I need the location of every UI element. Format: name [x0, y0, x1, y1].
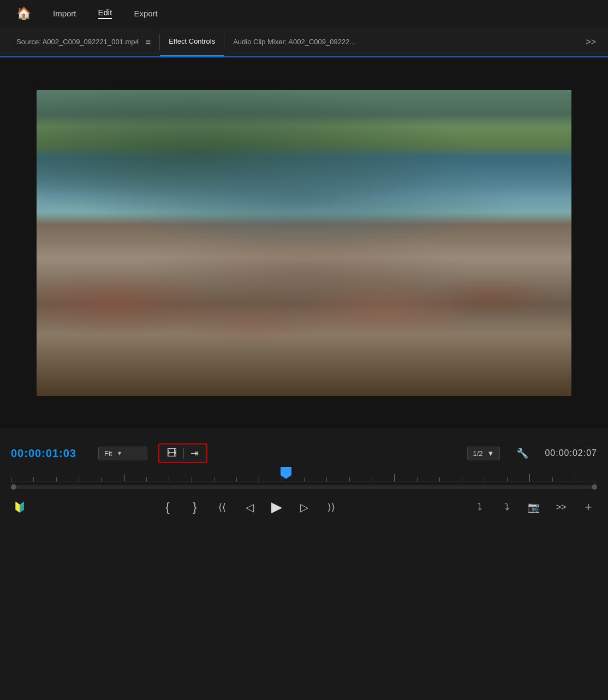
transport-right-group: ⤵ ⤵ 📷 >> +	[470, 499, 597, 516]
tick-12-major	[259, 474, 281, 482]
tab-effect-controls[interactable]: Effect Controls	[160, 27, 224, 56]
timecode-row: 00:00:01:03 Fit ▼ 🎞 ⇥ 1/2 ▼ 🔧 00:00:02:0…	[0, 440, 608, 467]
tick-1	[11, 477, 33, 482]
scrub-end-handle[interactable]	[592, 484, 597, 490]
current-timecode: 00:00:01:03	[11, 447, 87, 460]
tick-25	[552, 477, 575, 482]
home-button[interactable]: 🏠	[16, 7, 31, 21]
transport-controls: 🔰 { } ⟨⟨ ◁ ▶ ▷ ⟩⟩ ⤵ ⤵ 📷 >> +	[0, 492, 608, 522]
nav-export[interactable]: Export	[134, 9, 157, 18]
quality-dropdown[interactable]: 1/2 ▼	[467, 447, 500, 460]
tick-19	[417, 477, 439, 482]
tick-15	[326, 477, 349, 482]
step-back-button[interactable]: ◁	[241, 499, 258, 516]
playhead[interactable]	[281, 467, 291, 482]
tick-20	[439, 477, 462, 482]
icon-separator	[183, 448, 184, 459]
tick-10	[214, 477, 236, 482]
film-pin-buttons[interactable]: 🎞 ⇥	[158, 443, 207, 463]
add-marker-button[interactable]: 🔰	[11, 499, 28, 516]
tab-audio-mixer-label: Audio Clip Mixer: A002_C009_09222...	[233, 38, 355, 46]
tick-4	[79, 477, 101, 482]
tick-22	[485, 477, 507, 482]
scrub-start-handle[interactable]	[11, 484, 16, 490]
step-forward-button[interactable]: ▷	[295, 499, 313, 516]
film-icon[interactable]: 🎞	[163, 447, 181, 460]
transport-left-group: 🔰	[11, 499, 28, 516]
scrub-bar-row	[0, 482, 608, 492]
tick-26	[575, 477, 597, 482]
quality-label: 1/2	[473, 449, 483, 458]
tick-5	[101, 477, 123, 482]
tab-source-menu-icon[interactable]: ≡	[146, 37, 151, 47]
total-duration: 00:00:02:07	[545, 448, 597, 458]
fit-dropdown[interactable]: Fit ▼	[98, 447, 147, 460]
add-button[interactable]: +	[580, 499, 597, 516]
quality-dropdown-arrow: ▼	[487, 449, 494, 458]
pin-icon[interactable]: ⇥	[186, 446, 203, 460]
tick-24-major	[529, 474, 552, 482]
top-navigation: 🏠 Import Edit Export	[0, 0, 608, 27]
tick-3	[56, 477, 79, 482]
panel-header: Source: A002_C009_092221_001.mp4 ≡ Effec…	[0, 27, 608, 57]
camera-button[interactable]: 📷	[525, 499, 543, 516]
overwrite-button[interactable]: ⤵	[498, 499, 515, 516]
tick-14	[304, 477, 326, 482]
tab-source[interactable]: Source: A002_C009_092221_001.mp4 ≡	[8, 27, 159, 56]
settings-icon[interactable]: 🔧	[516, 447, 528, 459]
tick-7	[146, 477, 169, 482]
ruler-ticks	[11, 467, 597, 482]
tick-11	[236, 477, 259, 482]
tick-16	[349, 477, 372, 482]
tick-6-major	[124, 474, 146, 482]
nav-import[interactable]: Import	[53, 9, 76, 18]
tab-audio-mixer[interactable]: Audio Clip Mixer: A002_C009_09222...	[224, 27, 364, 56]
tick-17	[372, 477, 394, 482]
controls-area: 00:00:01:03 Fit ▼ 🎞 ⇥ 1/2 ▼ 🔧 00:00:02:0…	[0, 429, 608, 549]
mark-out-button[interactable]: }	[186, 499, 204, 516]
play-button[interactable]: ▶	[268, 499, 285, 516]
video-preview-area	[0, 57, 608, 429]
go-to-in-button[interactable]: ⟨⟨	[213, 499, 231, 516]
tick-18-major	[394, 474, 416, 482]
scrub-bar[interactable]	[16, 485, 592, 489]
panel-more-button[interactable]: >>	[581, 37, 600, 47]
video-overlay	[37, 90, 571, 396]
tick-23	[507, 477, 529, 482]
video-frame	[37, 90, 571, 396]
more-options-button[interactable]: >>	[552, 499, 570, 516]
go-to-out-button[interactable]: ⟩⟩	[323, 499, 340, 516]
mark-in-button[interactable]: {	[159, 499, 176, 516]
nav-edit[interactable]: Edit	[98, 8, 112, 19]
fit-dropdown-arrow: ▼	[116, 450, 122, 456]
timeline-ruler[interactable]	[11, 467, 597, 482]
tick-2	[33, 477, 56, 482]
tick-8	[169, 477, 191, 482]
tab-source-label: Source: A002_C009_092221_001.mp4	[16, 38, 139, 46]
tick-9	[192, 477, 214, 482]
playhead-flag	[281, 467, 291, 479]
tab-effect-controls-label: Effect Controls	[169, 37, 215, 45]
fit-label: Fit	[104, 449, 112, 458]
scrub-bar-fill	[16, 485, 592, 489]
video-content	[37, 90, 571, 396]
tick-21	[462, 477, 484, 482]
insert-button[interactable]: ⤵	[470, 499, 488, 516]
